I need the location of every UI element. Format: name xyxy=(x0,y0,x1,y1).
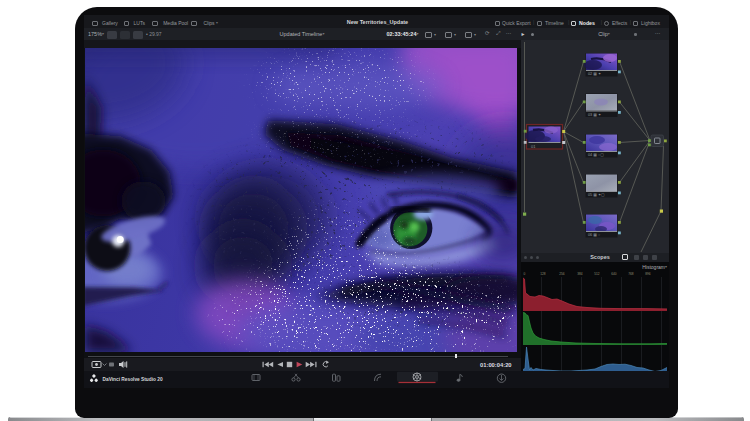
svg-text:01:00:04:20: 01:00:04:20 xyxy=(480,362,512,368)
svg-text:06 ▦ ○: 06 ▦ ○ xyxy=(588,233,600,237)
svg-text:0: 0 xyxy=(524,272,526,276)
svg-text:896: 896 xyxy=(645,272,651,276)
svg-text:384: 384 xyxy=(577,272,583,276)
svg-text:01: 01 xyxy=(531,144,536,149)
svg-text:128: 128 xyxy=(540,272,546,276)
svg-text:256: 256 xyxy=(559,272,565,276)
svg-text:DaVinci Resolve Studio 20: DaVinci Resolve Studio 20 xyxy=(102,377,162,382)
svg-text:640: 640 xyxy=(611,272,617,276)
svg-text:768: 768 xyxy=(628,272,634,276)
svg-text:02 ▦ ✦: 02 ▦ ✦ xyxy=(588,72,602,76)
svg-text:512: 512 xyxy=(594,272,600,276)
svg-text:03 ▦ ✦: 03 ▦ ✦ xyxy=(588,113,602,117)
svg-text:05 ▦ ✦▢: 05 ▦ ✦▢ xyxy=(588,193,605,197)
svg-text:04 ▦ ○▢: 04 ▦ ○▢ xyxy=(588,153,604,157)
